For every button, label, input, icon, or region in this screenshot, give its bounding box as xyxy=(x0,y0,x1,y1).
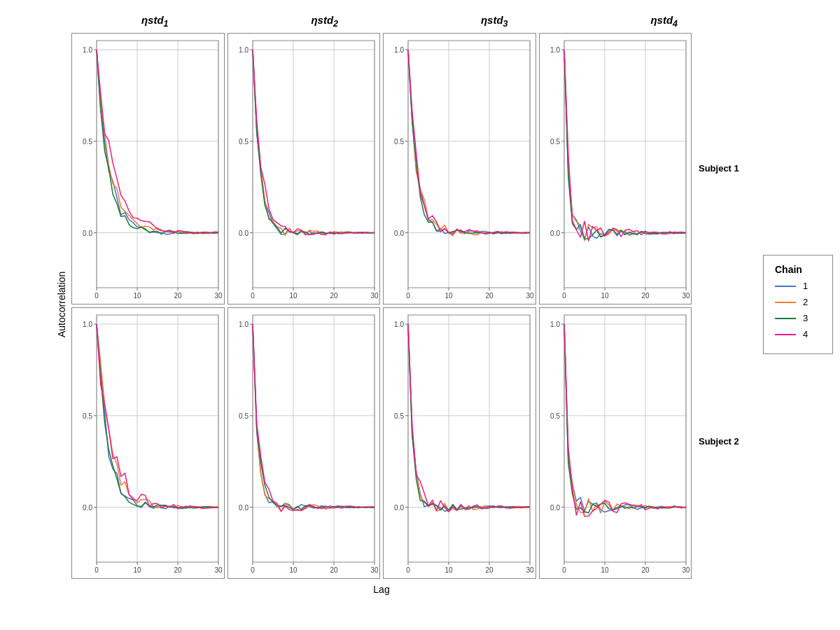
legend-line-3 xyxy=(775,318,796,319)
row-label-2: Subject 2 xyxy=(699,304,749,578)
row-label-spacer xyxy=(699,578,749,595)
svg-text:0: 0 xyxy=(94,566,99,574)
svg-text:10: 10 xyxy=(601,292,609,300)
legend-item-2: 2 xyxy=(775,297,821,307)
svg-text:0.5: 0.5 xyxy=(550,412,560,420)
svg-text:0.5: 0.5 xyxy=(394,412,404,420)
svg-text:0: 0 xyxy=(94,292,99,300)
plot-area: Autocorrelation ηstd1 ηstd2 ηstd3 ηstd4 xyxy=(49,14,833,595)
svg-text:10: 10 xyxy=(133,292,141,300)
legend-label-1: 1 xyxy=(803,281,808,291)
svg-text:0.5: 0.5 xyxy=(394,138,404,146)
y-axis-label: Autocorrelation xyxy=(49,14,70,595)
legend-line-4 xyxy=(775,334,796,335)
svg-text:20: 20 xyxy=(641,292,650,300)
svg-text:10: 10 xyxy=(444,566,453,574)
legend-label-4: 4 xyxy=(803,329,808,340)
svg-text:0.0: 0.0 xyxy=(550,230,560,237)
svg-rect-131 xyxy=(253,315,374,562)
row-label-1: Subject 1 xyxy=(699,31,749,304)
legend-label-3: 3 xyxy=(803,313,808,323)
svg-text:20: 20 xyxy=(330,292,338,300)
svg-text:30: 30 xyxy=(682,566,690,574)
svg-rect-65 xyxy=(408,41,530,288)
svg-text:30: 30 xyxy=(526,566,534,574)
plot-cell-r2c1: 0.00.51.00102030 xyxy=(71,307,225,579)
svg-text:30: 30 xyxy=(214,566,223,574)
svg-text:0.0: 0.0 xyxy=(83,504,92,512)
svg-rect-43 xyxy=(253,41,374,288)
svg-rect-109 xyxy=(97,315,218,562)
svg-rect-175 xyxy=(564,315,686,562)
plot-cell-r1c2: 0.00.51.00102030 xyxy=(227,33,381,304)
svg-text:20: 20 xyxy=(485,292,493,300)
svg-text:0: 0 xyxy=(251,292,255,300)
plot-row-1: 0.00.51.00102030 0.00.51.00102030 0.00.5… xyxy=(70,31,693,306)
svg-text:0.0: 0.0 xyxy=(239,504,248,512)
plot-cell-r2c2: 0.00.51.00102030 xyxy=(227,307,381,579)
svg-text:20: 20 xyxy=(174,292,182,300)
svg-text:1.0: 1.0 xyxy=(239,321,248,328)
svg-text:0.0: 0.0 xyxy=(394,230,404,237)
svg-text:30: 30 xyxy=(682,292,690,300)
rows-area: 0.00.51.00102030 0.00.51.00102030 0.00.5… xyxy=(70,31,749,595)
plot-cell-r2c4: 0.00.51.00102030 xyxy=(539,307,692,579)
plot-cell-r1c4: 0.00.51.00102030 xyxy=(539,33,692,304)
plot-cell-r1c3: 0.00.51.00102030 xyxy=(383,33,536,304)
legend-title: Chain xyxy=(775,264,821,275)
svg-text:0.0: 0.0 xyxy=(394,504,404,512)
svg-text:20: 20 xyxy=(485,566,493,574)
svg-text:0.0: 0.0 xyxy=(83,230,92,237)
svg-text:30: 30 xyxy=(214,292,223,300)
svg-text:10: 10 xyxy=(444,292,453,300)
svg-text:1.0: 1.0 xyxy=(239,46,248,54)
svg-text:20: 20 xyxy=(641,566,650,574)
svg-text:0: 0 xyxy=(406,566,410,574)
col-header-3: ηstd3 xyxy=(410,14,580,29)
legend-item-4: 4 xyxy=(775,329,821,340)
svg-text:1.0: 1.0 xyxy=(394,46,404,54)
svg-text:1.0: 1.0 xyxy=(550,321,560,328)
svg-text:20: 20 xyxy=(330,566,338,574)
col-header-4: ηstd4 xyxy=(580,14,750,29)
svg-text:0.5: 0.5 xyxy=(239,412,248,420)
svg-text:0.5: 0.5 xyxy=(239,138,248,146)
svg-text:30: 30 xyxy=(370,292,379,300)
x-axis-label: Lag xyxy=(70,584,693,595)
legend-item-3: 3 xyxy=(775,313,821,323)
plot-cell-r2c3: 0.00.51.00102030 xyxy=(383,307,536,579)
legend-item-1: 1 xyxy=(775,281,821,291)
main-container: Autocorrelation ηstd1 ηstd2 ηstd3 ηstd4 xyxy=(0,0,840,630)
svg-text:0.5: 0.5 xyxy=(550,138,560,146)
svg-text:0.0: 0.0 xyxy=(239,230,248,237)
row-labels-container: Subject 1 Subject 2 xyxy=(693,31,749,595)
svg-text:20: 20 xyxy=(174,566,182,574)
legend-line-1 xyxy=(775,286,796,287)
svg-text:30: 30 xyxy=(370,566,379,574)
svg-text:10: 10 xyxy=(133,566,141,574)
col-header-1: ηstd1 xyxy=(70,14,240,29)
svg-text:1.0: 1.0 xyxy=(394,321,404,328)
row-plots: 0.00.51.00102030 0.00.51.00102030 0.00.5… xyxy=(70,31,693,595)
svg-text:10: 10 xyxy=(289,566,298,574)
col-header-2: ηstd2 xyxy=(240,14,410,29)
col-headers: ηstd1 ηstd2 ηstd3 ηstd4 xyxy=(70,14,749,29)
svg-text:0.5: 0.5 xyxy=(83,138,92,146)
svg-rect-153 xyxy=(408,315,530,562)
grid-and-labels: ηstd1 ηstd2 ηstd3 ηstd4 0.00.51.00102030 xyxy=(70,14,749,595)
svg-text:0: 0 xyxy=(251,566,255,574)
svg-text:0.0: 0.0 xyxy=(550,504,560,512)
legend-area: Chain 1 2 3 4 xyxy=(749,14,833,595)
svg-rect-21 xyxy=(97,41,218,288)
svg-text:1.0: 1.0 xyxy=(550,46,560,54)
svg-text:10: 10 xyxy=(601,566,609,574)
svg-text:0: 0 xyxy=(406,292,410,300)
svg-text:0: 0 xyxy=(562,292,566,300)
svg-text:1.0: 1.0 xyxy=(83,321,92,328)
legend-box: Chain 1 2 3 4 xyxy=(763,255,833,354)
plot-row-2: 0.00.51.00102030 0.00.51.00102030 0.00.5… xyxy=(70,306,693,580)
legend-label-2: 2 xyxy=(803,297,808,307)
plot-cell-r1c1: 0.00.51.00102030 xyxy=(71,33,225,304)
svg-text:10: 10 xyxy=(289,292,298,300)
svg-text:0: 0 xyxy=(562,566,566,574)
